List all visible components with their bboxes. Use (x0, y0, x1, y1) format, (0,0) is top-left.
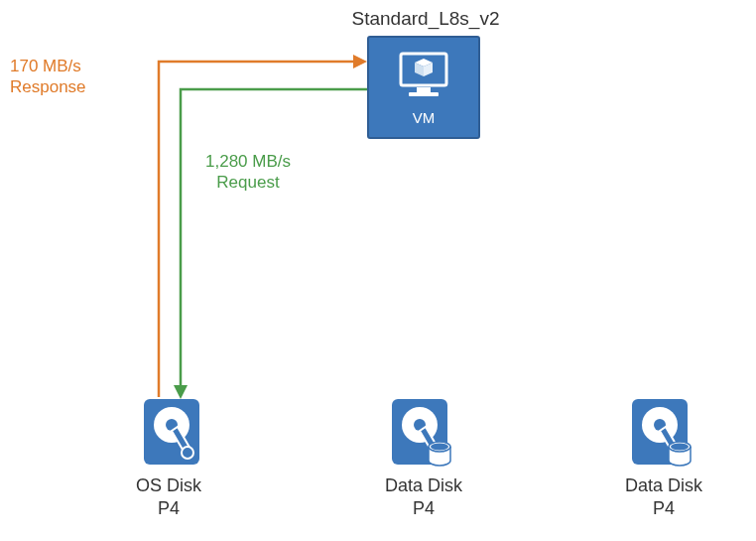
response-word: Response (10, 76, 86, 97)
data-disk-icon (390, 455, 453, 472)
svg-rect-1 (417, 87, 431, 92)
response-label: 170 MB/s Response (10, 56, 86, 98)
svg-rect-2 (409, 92, 439, 96)
os-disk-name: OS Disk (119, 474, 218, 497)
response-line (159, 62, 355, 397)
os-disk-tier: P4 (119, 497, 218, 520)
request-word: Request (193, 172, 303, 193)
data-disk-2-node (627, 397, 696, 473)
data-disk-1-label: Data Disk P4 (369, 474, 478, 519)
data-disk-2-tier: P4 (609, 497, 718, 520)
response-rate: 170 MB/s (10, 56, 86, 76)
vm-title: Standard_L8s_v2 (326, 8, 525, 30)
request-label: 1,280 MB/s Request (193, 151, 303, 194)
data-disk-icon (630, 455, 693, 472)
data-disk-1-node (387, 397, 456, 473)
data-disk-1-tier: P4 (369, 497, 478, 520)
data-disk-1-name: Data Disk (369, 474, 478, 497)
hard-disk-icon (142, 453, 201, 470)
data-disk-2-name: Data Disk (609, 474, 718, 497)
request-rate: 1,280 MB/s (193, 151, 303, 172)
os-disk-label: OS Disk P4 (119, 474, 218, 519)
vm-node: VM (367, 36, 480, 139)
vm-caption: VM (413, 109, 436, 126)
vm-icon (397, 50, 450, 103)
data-disk-2-label: Data Disk P4 (609, 474, 718, 519)
response-arrowhead (353, 55, 367, 68)
os-disk-node (137, 397, 206, 471)
